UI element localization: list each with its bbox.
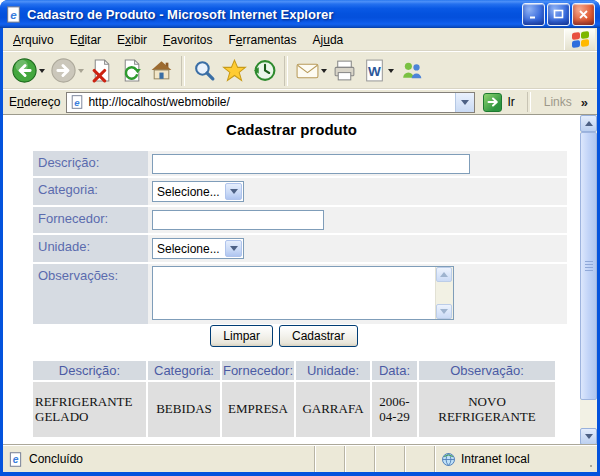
stop-button[interactable] [87, 57, 116, 84]
textarea-scrollbar[interactable] [435, 267, 453, 319]
menu-ajuda[interactable]: Ajuda [305, 30, 352, 50]
page-title: Cadastrar produto [3, 121, 580, 138]
svg-text:e: e [13, 454, 19, 465]
scroll-down-icon[interactable] [436, 304, 452, 319]
window-title: Cadastro de Produto - Microsoft Internet… [27, 7, 517, 22]
mail-dropdown-icon [321, 69, 327, 73]
categoria-select[interactable]: Selecione... [152, 181, 244, 202]
scroll-down-button[interactable] [580, 428, 597, 445]
fornecedor-label: Fornecedor: [33, 207, 148, 233]
address-bar: Endereço e http://localhost/webmobile/ I… [3, 89, 597, 114]
table-header-categoria: Categoria: [148, 361, 220, 380]
status-pane [344, 446, 374, 472]
edit-word-button[interactable]: W [360, 57, 396, 84]
toolbar-separator [527, 92, 531, 112]
unidade-select[interactable]: Selecione... [152, 238, 244, 259]
descricao-label: Descrição: [33, 151, 148, 176]
stop-icon [89, 58, 114, 83]
globe-icon [441, 452, 456, 467]
search-button[interactable] [190, 57, 219, 84]
history-button[interactable] [250, 57, 279, 84]
links-chevron-icon: » [581, 95, 588, 110]
ie-page-icon: e [70, 95, 84, 109]
back-dropdown-icon [39, 69, 45, 73]
close-icon [578, 9, 589, 20]
table-header-descricao: Descrição: [33, 361, 146, 380]
menu-editar[interactable]: Editar [62, 30, 109, 50]
table-header-data: Data: [372, 361, 417, 380]
resize-grip[interactable] [583, 446, 597, 472]
status-message: e Concluído [3, 446, 314, 472]
vertical-scrollbar[interactable] [580, 115, 597, 445]
chevron-down-icon [461, 100, 469, 105]
favorites-star-icon [222, 58, 247, 83]
messenger-button[interactable] [397, 57, 426, 84]
close-button[interactable] [572, 3, 595, 26]
descricao-input[interactable] [152, 154, 470, 174]
search-icon [192, 58, 217, 83]
scroll-up-button[interactable] [580, 115, 597, 132]
chevron-down-icon [225, 183, 242, 200]
table-cell-data: 2006-04-29 [372, 382, 417, 437]
address-url: http://localhost/webmobile/ [88, 95, 229, 109]
products-table: Descrição: Categoria: Fornecedor: Unidad… [33, 361, 555, 437]
mail-button[interactable] [293, 57, 329, 84]
window-controls [522, 3, 595, 26]
go-button[interactable]: Ir [479, 93, 518, 112]
menu-exibir[interactable]: Exibir [109, 30, 155, 50]
menu-ferramentas[interactable]: Ferramentas [220, 30, 304, 50]
refresh-button[interactable] [117, 57, 146, 84]
menu-bar: Arquivo Editar Exibir Favoritos Ferramen… [3, 28, 597, 51]
minimize-icon [528, 9, 539, 20]
address-input[interactable]: e http://localhost/webmobile/ [66, 92, 475, 113]
table-header-unidade: Unidade: [296, 361, 370, 380]
forward-button[interactable] [48, 56, 86, 85]
unidade-select-value: Selecione... [157, 242, 220, 256]
print-icon [332, 58, 357, 83]
maximize-button[interactable] [547, 3, 570, 26]
edit-dropdown-icon [388, 69, 394, 73]
status-text: Concluído [29, 452, 83, 466]
security-zone: Intranet local [434, 446, 583, 472]
address-dropdown-button[interactable] [455, 93, 474, 112]
links-menu[interactable]: Links » [539, 95, 593, 110]
product-form: Descrição: Categoria: Selecione... Forne… [33, 151, 567, 326]
table-cell-categoria: BEBIDAS [148, 382, 220, 437]
table-cell-unidade: GARRAFA [296, 382, 370, 437]
observacoes-textarea[interactable] [152, 266, 454, 320]
menu-arquivo[interactable]: Arquivo [5, 30, 62, 50]
browser-window: e Cadastro de Produto - Microsoft Intern… [0, 0, 600, 476]
form-row-fornecedor: Fornecedor: [33, 207, 567, 233]
home-icon [149, 58, 174, 83]
scrollbar-thumb[interactable] [580, 132, 597, 400]
chevron-down-icon [225, 240, 242, 257]
minimize-button[interactable] [522, 3, 545, 26]
messenger-icon [399, 58, 424, 83]
cadastrar-button[interactable]: Cadastrar [279, 325, 358, 347]
print-button[interactable] [330, 57, 359, 84]
web-page: Cadastrar produto Descrição: Categoria: … [3, 115, 580, 445]
categoria-label: Categoria: [33, 178, 148, 205]
fornecedor-input[interactable] [152, 210, 324, 230]
scroll-up-icon[interactable] [436, 267, 452, 282]
ie-page-icon: e [8, 452, 23, 467]
maximize-icon [553, 9, 564, 20]
history-clock-icon [252, 58, 277, 83]
chevron-up-icon [585, 121, 593, 126]
favorites-button[interactable] [220, 57, 249, 84]
home-button[interactable] [147, 57, 176, 84]
word-icon: W [362, 58, 387, 83]
menu-favoritos[interactable]: Favoritos [155, 30, 220, 50]
toolbar: W [3, 51, 597, 89]
zone-text: Intranet local [461, 452, 530, 466]
limpar-button[interactable]: Limpar [210, 325, 273, 347]
svg-text:W: W [368, 64, 381, 79]
go-label: Ir [507, 95, 514, 109]
title-bar: e Cadastro de Produto - Microsoft Intern… [0, 0, 600, 28]
categoria-select-value: Selecione... [157, 185, 220, 199]
mail-icon [295, 58, 320, 83]
ie-page-icon: e [5, 6, 22, 23]
form-row-categoria: Categoria: Selecione... [33, 178, 567, 205]
refresh-icon [119, 58, 144, 83]
back-button[interactable] [9, 56, 47, 85]
